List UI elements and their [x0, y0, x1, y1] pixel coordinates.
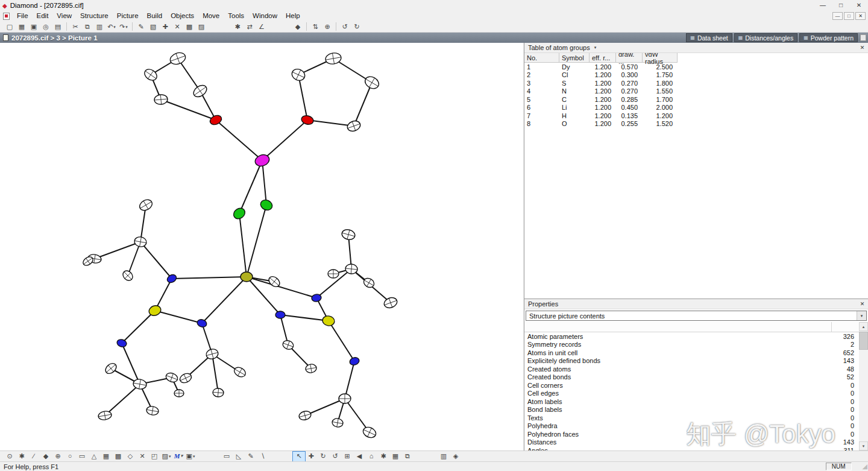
atom-groups-close-icon[interactable]: ✕ — [858, 44, 866, 52]
packing-icon[interactable]: ▩ — [112, 452, 124, 461]
atom-C[interactable] — [165, 371, 179, 384]
atom-C[interactable] — [290, 67, 307, 83]
select-mode-icon[interactable]: ↖ — [293, 452, 305, 461]
atom-C[interactable] — [104, 361, 118, 376]
atom-C[interactable] — [154, 94, 168, 105]
model-style-combo[interactable]: M▾ — [172, 452, 184, 461]
layers-icon[interactable]: ▥ — [438, 452, 450, 461]
undo-icon[interactable]: ↶▾ — [105, 22, 118, 31]
atom-C[interactable] — [339, 394, 351, 403]
atom-C[interactable] — [325, 52, 342, 65]
caption-overflow[interactable] — [860, 34, 866, 41]
atom-C[interactable] — [192, 83, 209, 100]
menu-help[interactable]: Help — [281, 11, 304, 21]
atom-group-row[interactable]: 5C1.2000.2851.700 — [524, 95, 868, 104]
delete-mode-icon[interactable]: ✕ — [136, 452, 148, 461]
atom-group-row[interactable]: 7H1.2000.1351.200 — [524, 112, 868, 120]
atom-group-row[interactable]: 4N1.2000.2701.550 — [524, 87, 868, 96]
atom-C[interactable] — [332, 418, 344, 428]
atom-group-row[interactable]: 6Li1.2000.4502.000 — [524, 104, 868, 112]
grow-icon[interactable]: ⊕ — [321, 22, 333, 31]
property-row[interactable]: Explicitely defined bonds143 — [524, 357, 859, 365]
settings-icon[interactable]: ◈ — [450, 452, 462, 461]
add-atom-icon[interactable]: ✱ — [16, 452, 28, 461]
atom-C[interactable] — [98, 410, 112, 421]
property-row[interactable]: Atom labels0 — [524, 397, 859, 406]
draw-bond-icon[interactable]: ∕ — [28, 452, 40, 461]
button-powder-pattern[interactable]: ▦Powder pattern — [799, 33, 858, 42]
property-row[interactable]: Polyhedra0 — [524, 422, 859, 431]
atom-Li[interactable] — [241, 272, 253, 282]
copy-icon[interactable]: ⧉ — [81, 22, 93, 31]
property-row[interactable]: Atomic parameters326 — [524, 332, 859, 341]
atom-C[interactable] — [233, 365, 247, 379]
pane-menu-icon[interactable]: ▾ — [594, 45, 597, 50]
atom-Cl[interactable] — [259, 198, 274, 212]
corner-mode-icon[interactable]: ◰ — [148, 452, 160, 461]
menu-file[interactable]: File — [13, 11, 33, 21]
previous-view-icon[interactable]: ◀ — [353, 452, 365, 461]
atom-groups-column-draw[interactable]: draw. ... — [616, 53, 643, 63]
atom-C[interactable] — [298, 410, 312, 422]
atom-C[interactable] — [328, 270, 339, 278]
atom-group-row[interactable]: 8O1.2000.2551.520 — [524, 120, 868, 128]
new-file-icon[interactable]: ▢ — [4, 22, 16, 31]
minimize-button[interactable]: — — [814, 0, 832, 11]
menu-structure[interactable]: Structure — [76, 11, 113, 21]
child-minimize-button[interactable]: — — [832, 12, 843, 20]
fill-style-combo[interactable]: ▨▾ — [160, 452, 172, 461]
slab-icon[interactable]: ▭ — [76, 452, 88, 461]
property-row[interactable]: Created bonds52 — [524, 373, 859, 382]
find-icon[interactable]: ◎ — [40, 22, 52, 31]
atom-groups-column-symbol[interactable]: Symbol — [559, 53, 590, 63]
atom-labels-icon[interactable]: ✱ — [231, 22, 244, 31]
scroll-down-icon[interactable]: ▼ — [859, 441, 868, 450]
polyhedra-icon[interactable]: ◆ — [40, 452, 52, 461]
resize-grip-icon[interactable]: ◢ — [863, 463, 867, 470]
sphere-icon[interactable]: ○ — [64, 452, 76, 461]
atom-group-row[interactable]: 3S1.2000.2701.800 — [524, 79, 868, 87]
property-row[interactable]: Polyhedron faces0 — [524, 430, 859, 438]
pencil-icon[interactable]: ∖ — [257, 452, 269, 461]
atom-group-row[interactable]: 2Cl1.2000.3001.750 — [524, 71, 868, 80]
atom-N[interactable] — [166, 273, 178, 284]
atom-groups-column-no[interactable]: No. — [524, 53, 559, 63]
menu-objects[interactable]: Objects — [166, 11, 198, 21]
plane-icon[interactable]: △ — [88, 452, 100, 461]
pen-icon[interactable]: ✎ — [245, 452, 257, 461]
property-row[interactable]: Texts0 — [524, 414, 859, 422]
atom-C[interactable] — [362, 425, 378, 440]
atom-N[interactable] — [311, 294, 322, 303]
gallery-icon[interactable]: ▩ — [183, 22, 195, 31]
atom-groups-column-effr[interactable]: eff. r... — [590, 53, 616, 63]
atom-N[interactable] — [275, 311, 285, 318]
grow-shell-icon[interactable]: ⊕ — [52, 452, 64, 461]
properties-selector[interactable]: Structure picture contents ▾ — [526, 311, 867, 321]
chevron-down-icon[interactable]: ▾ — [857, 311, 866, 320]
atom-Cl[interactable] — [231, 206, 247, 221]
menu-window[interactable]: Window — [248, 11, 281, 21]
scrollbar-thumb[interactable] — [859, 332, 868, 350]
menu-build[interactable]: Build — [143, 11, 167, 21]
molecule-svg[interactable] — [0, 43, 523, 450]
property-row[interactable]: Bond labels0 — [524, 406, 859, 414]
scroll-up-icon[interactable]: ▲ — [859, 322, 868, 331]
button-data-sheet[interactable]: ▦Data sheet — [686, 33, 732, 42]
atom-S[interactable] — [322, 315, 335, 326]
property-row[interactable]: Cell edges0 — [524, 390, 859, 398]
atom-group-row[interactable]: 1Dy1.2000.5702.500 — [524, 63, 868, 71]
setsquare-icon[interactable]: ◺ — [233, 452, 245, 461]
atom-C[interactable] — [212, 388, 224, 397]
maximize-button[interactable]: □ — [832, 0, 850, 11]
pan-mode-icon[interactable]: ⊙ — [4, 452, 16, 461]
atom-C[interactable] — [134, 236, 147, 247]
build-icon[interactable]: ◆ — [292, 22, 304, 31]
rotate-cw-icon[interactable]: ↻ — [351, 22, 363, 31]
menu-edit[interactable]: Edit — [33, 11, 53, 21]
atom-C[interactable] — [169, 51, 187, 66]
menu-move[interactable]: Move — [198, 11, 224, 21]
delete-structure-icon[interactable]: ✕ — [171, 22, 183, 31]
new-viewport-icon[interactable]: ⧉ — [401, 452, 414, 461]
menu-picture[interactable]: Picture — [113, 11, 143, 21]
print-icon[interactable]: ▤ — [52, 22, 64, 31]
